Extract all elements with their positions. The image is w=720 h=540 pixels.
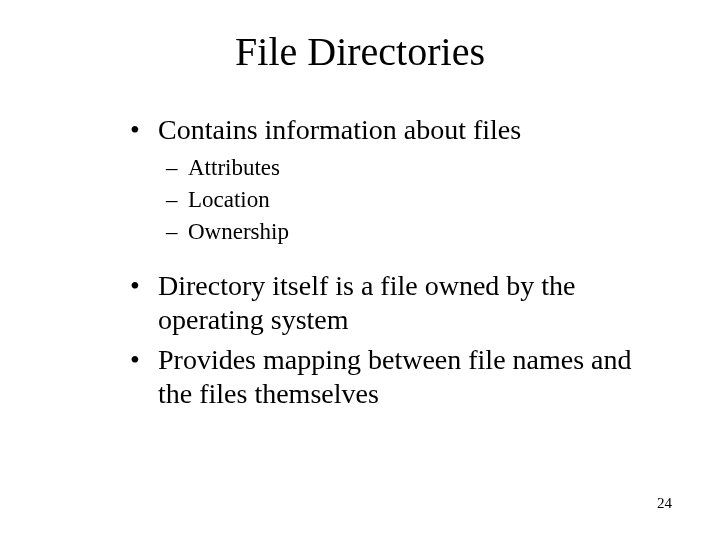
bullet-marker-icon: • <box>130 343 158 377</box>
bullet-item: • Provides mapping between file names an… <box>130 343 640 411</box>
bullet-text: Directory itself is a file owned by the … <box>158 269 640 337</box>
bullet-marker-icon: • <box>130 269 158 303</box>
slide-container: File Directories • Contains information … <box>0 0 720 540</box>
sub-text: Ownership <box>188 217 289 247</box>
bullet-text: Contains information about files <box>158 113 521 147</box>
sub-item: – Location <box>166 185 640 215</box>
bullet-item: • Directory itself is a file owned by th… <box>130 269 640 337</box>
sub-list: – Attributes – Location – Ownership <box>130 153 640 247</box>
slide-title: File Directories <box>0 28 720 75</box>
sub-item: – Ownership <box>166 217 640 247</box>
dash-marker-icon: – <box>166 185 188 215</box>
sub-text: Location <box>188 185 270 215</box>
bullet-item: • Contains information about files <box>130 113 640 147</box>
bullet-marker-icon: • <box>130 113 158 147</box>
sub-item: – Attributes <box>166 153 640 183</box>
slide-content: • Contains information about files – Att… <box>0 113 720 411</box>
sub-text: Attributes <box>188 153 280 183</box>
dash-marker-icon: – <box>166 217 188 247</box>
page-number: 24 <box>657 495 672 512</box>
dash-marker-icon: – <box>166 153 188 183</box>
bullet-text: Provides mapping between file names and … <box>158 343 640 411</box>
